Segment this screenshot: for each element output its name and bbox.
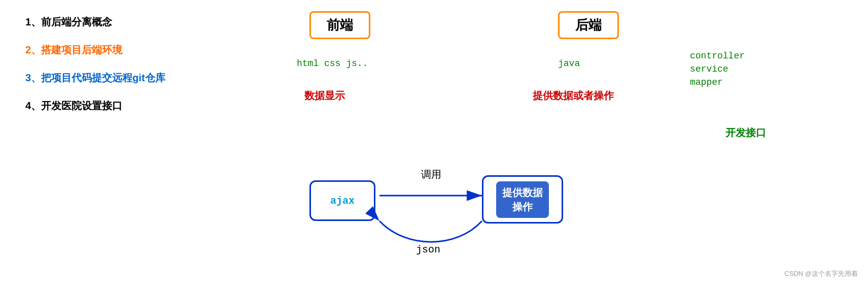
ajax-label: ajax — [330, 195, 355, 207]
frontend-tech-label: html css js.. — [297, 58, 368, 69]
left-menu: 1、前后端分离概念 2、搭建项目后端环境 3、把项目代码提交远程git仓库 4、… — [25, 15, 165, 113]
frontend-box: 前端 — [309, 11, 370, 39]
menu-item-4: 4、开发医院设置接口 — [25, 99, 165, 113]
ajax-box: ajax — [309, 180, 375, 221]
controller-label: controller — [690, 51, 745, 61]
backend-box: 后端 — [558, 11, 619, 39]
menu-item-3: 3、把项目代码提交远程git仓库 — [25, 71, 165, 85]
json-label: json — [416, 244, 440, 256]
menu-item-2: 2、搭建项目后端环境 — [25, 43, 165, 57]
page-container: 1、前后端分离概念 2、搭建项目后端环境 3、把项目代码提交远程git仓库 4、… — [0, 0, 868, 286]
backend-tech-label: java — [558, 58, 580, 69]
data-box-label: 提供数据操作 — [496, 181, 549, 218]
frontend-box-label: 前端 — [327, 16, 353, 34]
data-operation-box: 提供数据操作 — [482, 175, 563, 224]
csdn-watermark: CSDN @这个名字先用着 — [784, 269, 858, 278]
service-label: service — [690, 64, 745, 74]
backend-box-label: 后端 — [575, 16, 602, 34]
frontend-desc: 数据显示 — [304, 89, 345, 103]
mapper-label: mapper — [690, 77, 745, 87]
backend-layers: controller service mapper — [690, 51, 745, 87]
dev-interface-label: 开发接口 — [725, 126, 766, 140]
backend-desc: 提供数据或者操作 — [533, 89, 614, 103]
call-label: 调用 — [421, 168, 441, 181]
menu-item-1: 1、前后端分离概念 — [25, 15, 165, 29]
